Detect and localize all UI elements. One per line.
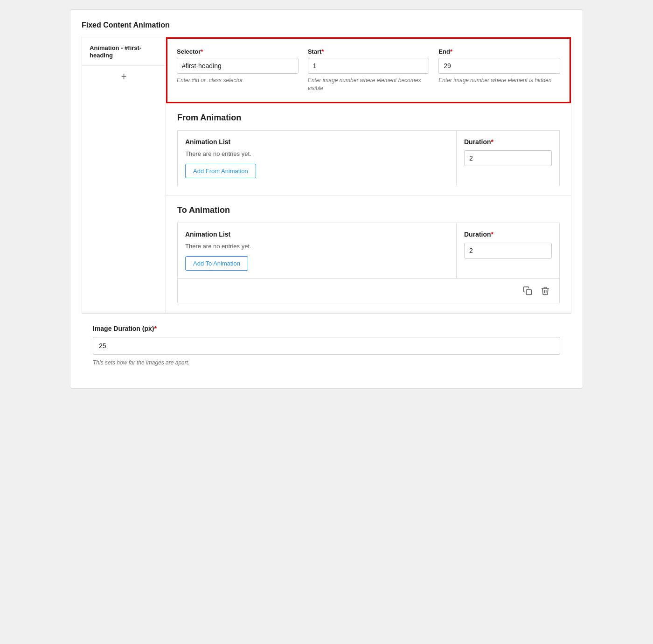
- selector-field-group: Selector* Enter #id or .class selector: [177, 48, 299, 92]
- svg-rect-0: [527, 289, 532, 294]
- page-container: Fixed Content Animation Animation - #fir…: [70, 9, 583, 389]
- to-duration-label: Duration*: [464, 231, 552, 238]
- action-icons-row: [178, 278, 559, 303]
- sidebar-add-button[interactable]: +: [82, 66, 166, 88]
- from-animation-title: From Animation: [177, 113, 560, 123]
- start-hint: Enter image number where element becomes…: [308, 77, 430, 92]
- from-animation-duration-area: Duration*: [457, 131, 559, 186]
- delete-button[interactable]: [539, 284, 552, 297]
- start-label: Start*: [308, 48, 430, 55]
- add-to-animation-button[interactable]: Add To Animation: [185, 256, 248, 271]
- to-animation-duration-area: Duration*: [457, 223, 559, 278]
- add-from-animation-button[interactable]: Add From Animation: [185, 164, 256, 178]
- end-field-group: End* Enter image number where element is…: [438, 48, 560, 92]
- selector-hint: Enter #id or .class selector: [177, 77, 299, 84]
- from-duration-input[interactable]: [464, 150, 552, 166]
- to-animation-list-label: Animation List: [185, 231, 449, 238]
- sidebar-animation-item[interactable]: Animation - #first-heading: [82, 37, 166, 66]
- from-duration-label: Duration*: [464, 138, 552, 146]
- image-duration-input[interactable]: [93, 337, 560, 355]
- end-label: End*: [438, 48, 560, 55]
- content-area: Selector* Enter #id or .class selector S…: [166, 37, 571, 313]
- from-animation-section: From Animation Animation List There are …: [166, 103, 571, 196]
- main-layout: Animation - #first-heading + Selector* E…: [82, 37, 571, 313]
- to-animation-list-area: Animation List There are no entries yet.…: [178, 223, 457, 278]
- from-animation-table-inner: Animation List There are no entries yet.…: [178, 131, 559, 186]
- to-animation-empty-text: There are no entries yet.: [185, 243, 449, 250]
- bottom-section: Image Duration (px)* This sets how far t…: [82, 313, 571, 377]
- selector-section: Selector* Enter #id or .class selector S…: [166, 37, 571, 103]
- bottom-label: Image Duration (px)*: [93, 325, 560, 332]
- start-field-group: Start* Enter image number where element …: [308, 48, 430, 92]
- end-input[interactable]: [438, 58, 560, 74]
- selector-label: Selector*: [177, 48, 299, 55]
- from-animation-empty-text: There are no entries yet.: [185, 150, 449, 157]
- page-title: Fixed Content Animation: [82, 21, 571, 29]
- start-input[interactable]: [308, 58, 430, 74]
- from-animation-list-area: Animation List There are no entries yet.…: [178, 131, 457, 186]
- to-animation-table-inner: Animation List There are no entries yet.…: [178, 223, 559, 278]
- selector-input[interactable]: [177, 58, 299, 74]
- from-animation-table: Animation List There are no entries yet.…: [177, 130, 560, 186]
- to-animation-section: To Animation Animation List There are no…: [166, 196, 571, 313]
- from-animation-list-label: Animation List: [185, 138, 449, 146]
- to-duration-input[interactable]: [464, 243, 552, 259]
- end-hint: Enter image number where element is hidd…: [438, 77, 560, 84]
- to-animation-table: Animation List There are no entries yet.…: [177, 223, 560, 303]
- sidebar: Animation - #first-heading +: [82, 37, 166, 313]
- sidebar-item-label: Animation - #first-heading: [90, 44, 141, 59]
- to-animation-title: To Animation: [177, 205, 560, 215]
- bottom-hint: This sets how far the images are apart.: [93, 359, 189, 366]
- copy-button[interactable]: [521, 284, 534, 297]
